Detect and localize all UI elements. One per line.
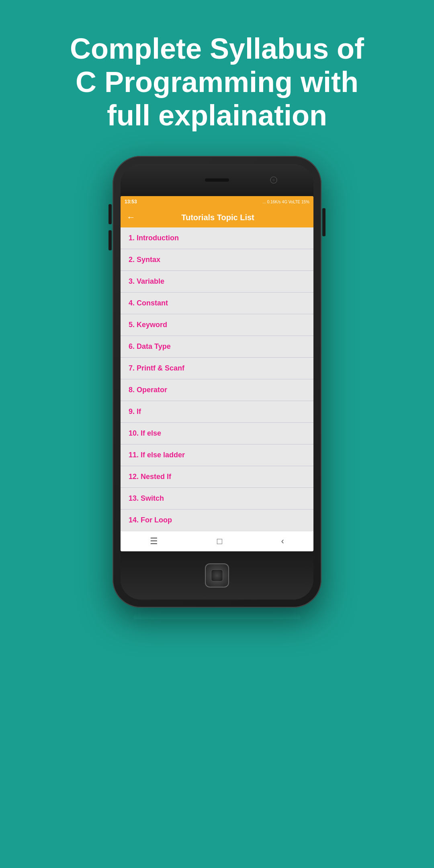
- phone-speaker: [205, 178, 229, 182]
- phone-reflection: [134, 612, 300, 619]
- phone-bottom-bar: [121, 551, 313, 600]
- power-button: [322, 208, 326, 236]
- topic-item-13[interactable]: 13. Switch: [121, 488, 313, 510]
- topic-list: 1. Introduction2. Syntax3. Variable4. Co…: [121, 227, 313, 531]
- status-bar: 13:53 ... 0.16K/s 4G VoLTE 15%: [121, 196, 313, 207]
- topic-item-1[interactable]: 1. Introduction: [121, 227, 313, 249]
- topic-label-3: 3. Variable: [129, 277, 164, 285]
- nav-menu-icon[interactable]: ☰: [150, 536, 158, 547]
- topic-item-4[interactable]: 4. Constant: [121, 293, 313, 314]
- bottom-nav-bar: ☰ □ ‹: [121, 531, 313, 551]
- phone-screen: 13:53 ... 0.16K/s 4G VoLTE 15% ← Tutoria…: [121, 196, 313, 551]
- battery-info: 15%: [301, 200, 309, 204]
- topic-label-10: 10. If else: [129, 429, 161, 437]
- carrier-info: 4G VoLTE: [282, 200, 300, 204]
- nav-home-icon[interactable]: □: [217, 536, 222, 547]
- topic-item-2[interactable]: 2. Syntax: [121, 249, 313, 271]
- phone-mockup: 13:53 ... 0.16K/s 4G VoLTE 15% ← Tutoria…: [113, 156, 321, 608]
- topic-label-6: 6. Data Type: [129, 342, 171, 350]
- header-text: Complete Syllabus of C Programming with …: [46, 0, 388, 148]
- topic-label-13: 13. Switch: [129, 494, 164, 502]
- header-line1: Complete Syllabus of: [70, 33, 364, 65]
- home-button-inner: [211, 569, 223, 581]
- topic-label-7: 7. Printf & Scanf: [129, 364, 184, 372]
- volume-up-button: [108, 204, 112, 224]
- topic-label-9: 9. If: [129, 407, 141, 416]
- topic-item-9[interactable]: 9. If: [121, 401, 313, 423]
- topic-item-5[interactable]: 5. Keyword: [121, 314, 313, 336]
- topic-label-2: 2. Syntax: [129, 256, 160, 264]
- app-bar-title: Tutorials Topic List: [140, 213, 295, 222]
- nav-back-icon[interactable]: ‹: [281, 536, 284, 547]
- phone-top-bar: [121, 164, 313, 196]
- header-line3: full explaination: [107, 99, 327, 131]
- topic-label-8: 8. Operator: [129, 386, 167, 394]
- topic-item-3[interactable]: 3. Variable: [121, 271, 313, 293]
- topic-label-5: 5. Keyword: [129, 321, 167, 329]
- status-time: 13:53: [125, 199, 137, 205]
- topic-label-12: 12. Nested If: [129, 473, 171, 481]
- topic-item-14[interactable]: 14. For Loop: [121, 510, 313, 531]
- topic-label-4: 4. Constant: [129, 299, 168, 307]
- topic-item-12[interactable]: 12. Nested If: [121, 466, 313, 488]
- header-line2: C Programming with: [76, 66, 358, 98]
- network-info: ... 0.16K/s: [263, 200, 281, 204]
- topic-item-7[interactable]: 7. Printf & Scanf: [121, 358, 313, 379]
- volume-down-button: [108, 230, 112, 250]
- phone-camera: [270, 176, 277, 184]
- topic-label-14: 14. For Loop: [129, 516, 172, 524]
- phone-outer: 13:53 ... 0.16K/s 4G VoLTE 15% ← Tutoria…: [113, 156, 321, 608]
- app-bar: ← Tutorials Topic List: [121, 207, 313, 227]
- status-icons: ... 0.16K/s 4G VoLTE 15%: [263, 200, 309, 204]
- topic-item-6[interactable]: 6. Data Type: [121, 336, 313, 358]
- topic-label-1: 1. Introduction: [129, 234, 179, 242]
- home-button[interactable]: [205, 563, 229, 588]
- back-button[interactable]: ←: [127, 212, 135, 223]
- topic-label-11: 11. If else ladder: [129, 451, 185, 459]
- topic-item-11[interactable]: 11. If else ladder: [121, 444, 313, 466]
- topic-item-10[interactable]: 10. If else: [121, 423, 313, 444]
- topic-item-8[interactable]: 8. Operator: [121, 379, 313, 401]
